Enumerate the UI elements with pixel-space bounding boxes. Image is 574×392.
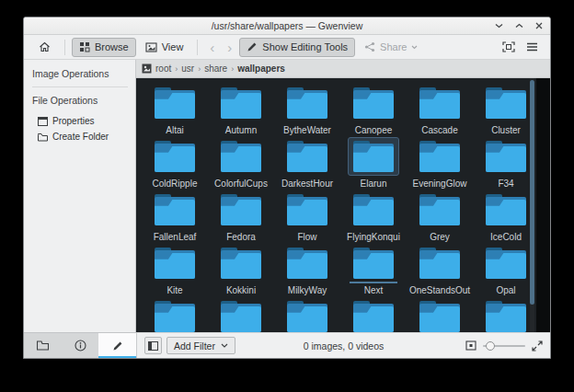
- thumbnail-view[interactable]: AltaiAutumnBytheWaterCanopeeCascadeClust…: [136, 78, 550, 332]
- folder-item[interactable]: Autumn: [208, 84, 274, 137]
- titlebar[interactable]: /usr/share/wallpapers — Gwenview: [24, 17, 550, 35]
- view-edge: [536, 78, 550, 332]
- folder-item[interactable]: Fedora: [208, 190, 274, 244]
- folder-icon: [287, 194, 327, 225]
- folder-item[interactable]: Grey: [407, 190, 473, 244]
- breadcrumb-segment[interactable]: usr: [181, 63, 194, 74]
- folder-iconbox[interactable]: [414, 190, 465, 229]
- folder-icon: [486, 194, 526, 225]
- fullscreen-button[interactable]: [498, 38, 520, 57]
- folder-iconbox[interactable]: [215, 297, 267, 332]
- panel-toggle-icon: [148, 341, 158, 351]
- folder-item[interactable]: Kite: [142, 244, 208, 297]
- folder-item-partial[interactable]: [142, 297, 208, 332]
- view-button[interactable]: View: [138, 38, 191, 57]
- folder-iconbox[interactable]: [480, 244, 532, 282]
- folder-item[interactable]: BytheWater: [274, 84, 340, 137]
- folder-iconbox[interactable]: [348, 137, 399, 176]
- zoom-slider[interactable]: [483, 340, 525, 352]
- folder-item[interactable]: Canopee: [340, 84, 407, 137]
- folder-icon: [419, 194, 460, 225]
- folder-item-partial[interactable]: [208, 297, 274, 332]
- share-button[interactable]: Share: [357, 38, 425, 57]
- folder-iconbox[interactable]: [215, 190, 267, 229]
- folder-iconbox[interactable]: [281, 297, 333, 332]
- zoom-actual-size-icon[interactable]: [532, 340, 543, 352]
- folder-item[interactable]: Cascade: [407, 84, 473, 137]
- folder-item-partial[interactable]: [407, 297, 473, 332]
- folder-iconbox[interactable]: [414, 244, 465, 282]
- folder-item[interactable]: ColdRipple: [142, 137, 208, 190]
- folder-item[interactable]: ColorfulCups: [208, 137, 274, 190]
- zoom-fit-icon[interactable]: [465, 340, 476, 351]
- hamburger-menu-button[interactable]: [522, 38, 543, 57]
- folder-iconbox[interactable]: [281, 244, 333, 282]
- folder-iconbox[interactable]: [414, 137, 465, 176]
- folder-iconbox[interactable]: [149, 244, 201, 282]
- toolbar: Browse View ‹ › Show Editing Tools: [24, 35, 550, 60]
- back-icon[interactable]: ‹: [204, 40, 220, 54]
- folder-iconbox[interactable]: [149, 84, 201, 122]
- breadcrumb-segment[interactable]: share: [204, 63, 227, 74]
- folder-label: OneStandsOut: [409, 285, 470, 295]
- folder-iconbox[interactable]: [348, 190, 399, 229]
- folder-iconbox[interactable]: [348, 244, 399, 282]
- gwenview-window: /usr/share/wallpapers — Gwenview: [23, 17, 551, 359]
- folder-iconbox[interactable]: [281, 137, 333, 176]
- folder-iconbox[interactable]: [281, 190, 333, 229]
- folder-iconbox[interactable]: [281, 84, 333, 122]
- folder-item[interactable]: Next: [340, 244, 407, 297]
- browse-button[interactable]: Browse: [72, 38, 136, 57]
- tab-information[interactable]: [62, 333, 99, 358]
- scrollbar-thumb[interactable]: [530, 80, 534, 305]
- folder-iconbox[interactable]: [149, 137, 201, 176]
- folder-icon: [287, 87, 327, 119]
- folder-item[interactable]: Altai: [142, 84, 208, 137]
- sidebar: Image Operations File Operations Propert…: [24, 60, 136, 332]
- scrollbar-track[interactable]: [530, 78, 534, 332]
- tab-operations[interactable]: [98, 333, 136, 358]
- sidebar-item-label: Properties: [52, 116, 95, 126]
- folder-iconbox[interactable]: [348, 297, 399, 332]
- tab-folders[interactable]: [24, 333, 62, 358]
- folder-iconbox[interactable]: [149, 190, 201, 229]
- zoom-slider-handle[interactable]: [486, 341, 495, 351]
- folder-item[interactable]: FallenLeaf: [142, 190, 208, 244]
- forward-icon[interactable]: ›: [222, 40, 237, 54]
- close-icon[interactable]: [534, 20, 545, 31]
- sidebar-section-image-operations: Image Operations: [32, 68, 135, 79]
- show-editing-tools-button[interactable]: Show Editing Tools: [239, 38, 355, 57]
- folder-item[interactable]: Flow: [274, 190, 340, 244]
- folder-iconbox[interactable]: [414, 297, 465, 332]
- sidebar-item-properties[interactable]: Properties: [32, 113, 135, 129]
- folder-iconbox[interactable]: [414, 84, 465, 122]
- folder-item-partial[interactable]: [340, 297, 407, 332]
- folder-item[interactable]: MilkyWay: [274, 244, 340, 297]
- folder-iconbox[interactable]: [348, 84, 399, 122]
- sidebar-item-create-folder[interactable]: Create Folder: [32, 129, 135, 144]
- folder-iconbox[interactable]: [480, 137, 532, 176]
- folder-iconbox[interactable]: [480, 84, 532, 122]
- breadcrumb-segment[interactable]: wallpapers: [237, 63, 285, 74]
- maximize-icon[interactable]: [513, 20, 524, 31]
- folder-label: Cascade: [421, 125, 457, 135]
- toggle-sidebar-button[interactable]: [144, 337, 162, 354]
- folder-iconbox[interactable]: [215, 137, 267, 176]
- folder-item[interactable]: OneStandsOut: [407, 244, 473, 297]
- folder-iconbox[interactable]: [215, 84, 267, 122]
- folder-item[interactable]: EveningGlow: [407, 137, 473, 190]
- folder-item[interactable]: DarkestHour: [274, 137, 340, 190]
- folder-iconbox[interactable]: [149, 297, 201, 332]
- home-button[interactable]: [31, 38, 58, 57]
- folder-item-partial[interactable]: [274, 297, 340, 332]
- add-filter-button[interactable]: Add Filter: [166, 337, 235, 354]
- folder-item[interactable]: Kokkini: [208, 244, 274, 297]
- folder-iconbox[interactable]: [480, 190, 532, 229]
- minimize-icon[interactable]: [493, 20, 504, 31]
- breadcrumb-segment[interactable]: root: [155, 63, 171, 74]
- folder-iconbox[interactable]: [215, 244, 267, 282]
- folder-iconbox[interactable]: [480, 297, 532, 332]
- folder-item[interactable]: Elarun: [340, 137, 407, 190]
- folder-icon: [419, 87, 460, 119]
- folder-item[interactable]: FlyingKonqui: [340, 190, 407, 244]
